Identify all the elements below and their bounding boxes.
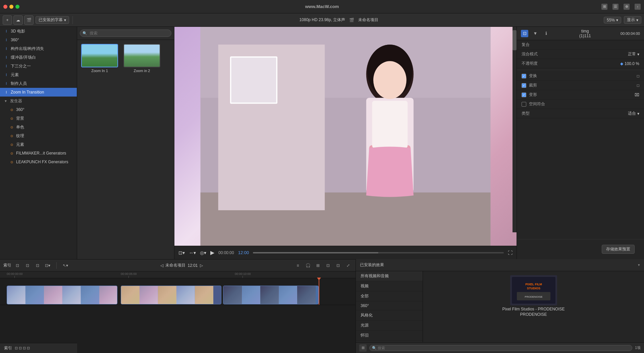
sidebar-item-buffer[interactable]: I 缓冲器/开场白 [0, 53, 77, 62]
distort-checkbox[interactable]: ✓ [522, 93, 526, 97]
tl-audio-btn[interactable]: ≡ [294, 261, 302, 270]
inspector-tab-save[interactable]: ⊡ [521, 30, 528, 37]
inspector-row-distort[interactable]: ✓ 变形 ⌧ [517, 90, 644, 100]
view-btn[interactable]: ◎▾ [200, 250, 206, 255]
fullscreen-button[interactable] [15, 5, 19, 9]
grid-view-icon[interactable]: ⊞ [601, 4, 607, 10]
cursor-tool[interactable]: ↖▾ [61, 261, 69, 270]
sidebar-item-build[interactable]: I 构件出现/构件消失 [0, 44, 77, 53]
effect-cat-all[interactable]: 全部 [356, 291, 423, 301]
add-clip-button[interactable]: + [3, 15, 12, 25]
tl-link-btn[interactable]: ⊞ [314, 261, 322, 270]
tl-snap-btn[interactable]: ⊡ [324, 261, 332, 270]
effects-dropdown-arrow[interactable]: ▾ [638, 263, 640, 267]
timeline-track-1: Zoom In 1 timg (6)111 [0, 278, 356, 305]
sidebar-item-3d[interactable]: I 3D 电影 [0, 27, 77, 36]
inspector-row-transform[interactable]: ✓ 变换 □ [517, 71, 644, 81]
crop-value[interactable]: □ [637, 83, 639, 88]
tl-headphones-btn[interactable]: 🎧 [304, 261, 312, 270]
sidebar-item-elements[interactable]: I 元素 [0, 70, 77, 79]
effect-cat-stylize[interactable]: 风格化 [356, 310, 423, 320]
spatial-checkbox[interactable] [522, 102, 526, 107]
sidebar-item-gen-360[interactable]: ⊙ 360° [0, 105, 77, 114]
tl-overflow-btn[interactable]: ⤢ [344, 261, 352, 270]
sidebar-item-360[interactable]: I 360° [0, 36, 77, 44]
playhead[interactable] [319, 278, 319, 305]
play-button[interactable]: ▶ [210, 249, 214, 256]
inspector-header: ⊡ ▼ ℹ timg (1)111 00:00:04:00 [517, 27, 644, 40]
prev-btn[interactable]: ◁ [160, 263, 163, 268]
transform-value[interactable]: □ [637, 74, 639, 78]
browser-thumbnails: Zoom In 1 Zoom in 2 [77, 40, 174, 259]
preview-scrollbar[interactable] [513, 27, 517, 232]
effects-search-input[interactable] [369, 345, 632, 351]
timeline-toolbar: 索引 ⊡ ⊡ ⊡ ⊡▾ ↖▾ ◁ 未命名项目 12:01 ▷ ≡ 🎧 ⊞ [0, 259, 356, 272]
tl-scale-btn[interactable]: ⊡ [334, 261, 342, 270]
sidebar-item-zoom-transition[interactable]: I Zoom In Transition [0, 88, 77, 97]
sidebar-icon-build: I [4, 46, 9, 51]
inspector-tab-filter[interactable]: ▼ [532, 30, 539, 37]
sidebar-icon-filmmaker: ⊙ [9, 151, 14, 156]
sidebar-item-gen-elements[interactable]: ⊙ 元素 [0, 140, 77, 149]
sidebar-icon-gen-elements: ⊙ [9, 142, 14, 147]
clip-2[interactable]: timg (4)111 [121, 286, 221, 304]
clip-3[interactable]: Zoom in 2 timg (1)111 [223, 286, 319, 304]
save-effect-button[interactable]: 存储效果预置 [602, 245, 635, 254]
frame-size-btn[interactable]: ⊡▾ [178, 250, 185, 255]
sidebar-item-gen-bg[interactable]: ⊙ 背景 [0, 114, 77, 123]
thumbnail-zoom-in-2[interactable]: Zoom in 2 [123, 44, 160, 255]
sidebar-item-gen-texture[interactable]: ⊙ 纹理 [0, 131, 77, 140]
fullscreen-btn[interactable]: ⛶ [508, 250, 513, 255]
browser-search-input[interactable] [80, 30, 171, 37]
effect-cat-light[interactable]: 光源 [356, 320, 423, 331]
transform-btn[interactable]: ↔▾ [189, 250, 196, 255]
list-view-icon[interactable]: ☰ [612, 4, 619, 10]
effect-cat-all-av[interactable]: 所有视频和音频 [356, 271, 423, 281]
effect-cat-360[interactable]: 360° [356, 301, 423, 310]
transform-checkbox[interactable]: ✓ [522, 74, 526, 78]
timeline-scrubber[interactable] [253, 252, 504, 253]
effect-item[interactable]: PIXEL FILM STUDIOS PRODENOISE Pixel Film… [427, 275, 640, 317]
minimize-button[interactable] [9, 5, 13, 9]
distort-value[interactable]: ⌧ [635, 93, 639, 97]
sidebar-item-credits[interactable]: I 制作人员 [0, 79, 77, 88]
tl-btn-more[interactable]: ⊡▾ [44, 261, 52, 270]
effects-grid-btn[interactable]: ⊞ [359, 344, 367, 352]
film-frame-1 [7, 286, 25, 304]
zoom-dropdown[interactable]: 55% ▾ [604, 17, 621, 23]
effects-content: 所有视频和音频 视频 全部 360° 风格化 光源 [356, 271, 644, 342]
inspector-row-crop[interactable]: ✓ 裁剪 □ [517, 81, 644, 90]
index-btn[interactable]: 索引 [3, 262, 11, 268]
tl-btn-clip[interactable]: ⊡ [13, 261, 21, 270]
tl-btn-zoom[interactable]: ⊡ [34, 261, 42, 270]
inspector-row-opacity[interactable]: 不透明度 ◆ 100.0 % [517, 59, 644, 68]
caption-dropdown[interactable]: 已安装的字幕 ▾ [36, 16, 69, 24]
clip-options-button[interactable]: ☁ [13, 15, 23, 25]
film-frame-11 [195, 286, 213, 304]
composite-label: 复合 [522, 42, 548, 48]
blend-value[interactable]: 正常 ▾ [628, 51, 639, 57]
effect-cat-vintage[interactable]: 怀旧 [356, 331, 423, 341]
next-btn[interactable]: ▷ [200, 263, 203, 268]
media-button[interactable]: 🎬 [24, 15, 34, 25]
share-icon[interactable]: ↑ [635, 4, 641, 10]
inspector-row-type[interactable]: 类型 适合 ▾ [517, 109, 644, 118]
inspector-tab-info[interactable]: ℹ [542, 30, 550, 37]
thumbnail-zoom-in-1[interactable]: Zoom In 1 [81, 44, 118, 255]
effect-cat-video[interactable]: 视频 [356, 281, 423, 291]
settings-icon[interactable]: ⊕ [624, 4, 630, 10]
close-button[interactable] [3, 5, 7, 9]
sidebar-item-gen-solid[interactable]: ⊙ 单色 [0, 123, 77, 131]
opacity-value[interactable]: ◆ 100.0 % [620, 61, 639, 66]
clip-1[interactable]: Zoom In 1 timg (6)111 [7, 286, 117, 304]
type-value[interactable]: 适合 ▾ [628, 111, 639, 116]
sidebar-item-lower-third[interactable]: I 下三分之一 [0, 62, 77, 70]
inspector-row-blend[interactable]: 混合模式 正常 ▾ [517, 50, 644, 59]
sidebar-item-filmmaker[interactable]: ⊙ FILMMAKER...it Generators [0, 149, 77, 158]
tl-btn-select[interactable]: ⊡ [23, 261, 32, 270]
sidebar-item-generators[interactable]: ▼ 发生器 [0, 97, 77, 105]
inspector-row-spatial[interactable]: 空间符合 [517, 100, 644, 109]
sidebar-item-leakpunch[interactable]: ⊙ LEAKPUNCH FX Generators [0, 158, 77, 166]
crop-checkbox[interactable]: ✓ [522, 83, 526, 88]
display-dropdown[interactable]: 显示 ▾ [624, 16, 641, 24]
